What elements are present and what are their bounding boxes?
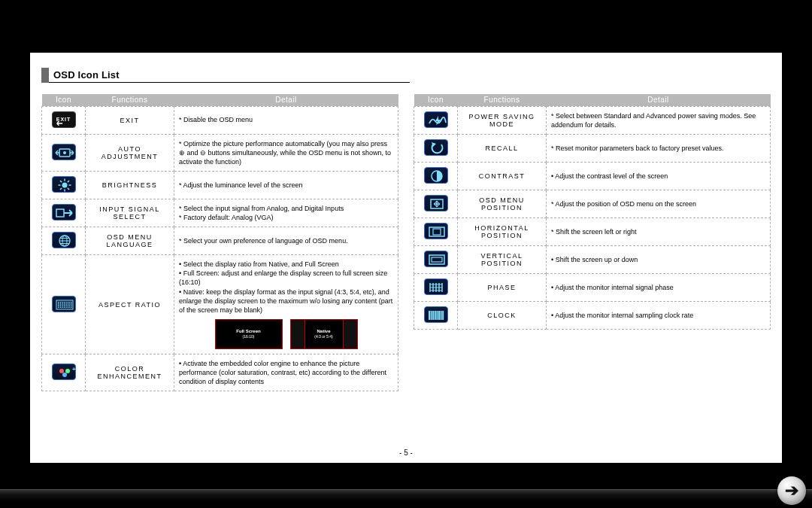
svg-rect-22 <box>66 302 68 303</box>
document-sheet: OSD Icon List Icon Functions Detail EXIT… <box>30 53 782 463</box>
table-row: Clock• Adjust the monitor internal sampl… <box>414 301 771 329</box>
detail-cell: • Activate the embedded color engine to … <box>174 354 398 391</box>
table-row: Aspect Ratio• Select the display ratio f… <box>42 255 398 354</box>
svg-rect-40 <box>59 306 61 307</box>
detail-line: • Adjust the monitor internal signal pha… <box>551 283 765 292</box>
bottom-bar-stripe-icon <box>0 489 812 501</box>
svg-line-8 <box>59 181 61 182</box>
icon-cell <box>42 199 86 227</box>
svg-rect-20 <box>62 302 63 303</box>
contrast-icon <box>424 167 448 184</box>
detail-cell: * Select between Standard and Advanced p… <box>547 106 771 134</box>
svg-rect-41 <box>62 306 63 307</box>
aspect-icon <box>52 296 76 312</box>
svg-rect-36 <box>66 305 68 306</box>
svg-rect-26 <box>59 303 61 304</box>
function-cell: Phase <box>458 273 547 301</box>
svg-rect-39 <box>58 306 59 307</box>
detail-line: * Disable the OSD menu <box>179 115 393 124</box>
detail-line: • Adjust the contrast level of the scree… <box>551 172 765 181</box>
function-cell: Power Saving Mode <box>458 106 547 134</box>
hpos-icon <box>424 223 448 239</box>
svg-rect-21 <box>64 302 65 303</box>
svg-rect-34 <box>62 305 63 306</box>
detail-line: • Activate the embedded color engine to … <box>179 359 393 386</box>
table-row: Auto Adjustment* Optimize the picture pe… <box>42 134 398 171</box>
function-cell: Aspect Ratio <box>86 255 174 354</box>
aspect-ratio-preview: Full Screen(16:10)Native(4:3 or 5:4) <box>179 319 393 349</box>
recall-icon <box>424 139 448 156</box>
detail-line: • Native: keep the display format as the… <box>179 287 393 315</box>
power-icon <box>424 111 448 128</box>
svg-rect-32 <box>58 305 59 306</box>
function-cell: OSD Menu Language <box>86 227 174 255</box>
function-cell: Auto Adjustment <box>86 134 174 171</box>
icon-cell <box>414 217 458 245</box>
svg-rect-30 <box>68 303 70 304</box>
icon-cell <box>414 301 458 329</box>
detail-line: * Adjust the position of OSD menu on the… <box>551 199 765 208</box>
svg-line-10 <box>67 181 68 182</box>
function-cell: Recall <box>458 134 547 162</box>
color-icon: + <box>52 364 76 380</box>
svg-rect-11 <box>56 209 64 217</box>
svg-rect-25 <box>58 303 59 304</box>
table-row: Recall* Reset monitor parameters back to… <box>414 134 771 162</box>
svg-rect-17 <box>56 300 73 309</box>
svg-rect-55 <box>433 229 441 235</box>
page: OSD Icon List Icon Functions Detail EXIT… <box>0 0 812 508</box>
svg-rect-45 <box>70 306 71 307</box>
col-header-detail: Detail <box>547 94 771 106</box>
svg-rect-27 <box>62 303 63 304</box>
detail-line: * Select the input signal from Analog, a… <box>179 204 393 213</box>
svg-point-48 <box>62 373 67 377</box>
svg-rect-24 <box>70 302 71 303</box>
detail-cell: * Adjust the luminance level of the scre… <box>174 171 398 199</box>
osd-table-left: Icon Functions Detail EXITExit* Disable … <box>41 94 398 391</box>
icon-cell <box>414 162 458 190</box>
page-number: - 5 - <box>30 449 782 457</box>
clock-icon <box>424 306 448 323</box>
detail-cell: * Select your own preference of language… <box>174 227 398 255</box>
svg-rect-38 <box>70 305 71 306</box>
left-column: Icon Functions Detail EXITExit* Disable … <box>41 94 398 391</box>
function-cell: Contrast <box>458 162 547 190</box>
thumb-sub: (4:3 or 5:4) <box>314 334 332 339</box>
function-cell: Brightness <box>86 171 174 199</box>
svg-rect-18 <box>58 302 59 303</box>
icon-cell <box>42 171 86 199</box>
arrow-right-icon: ➔ <box>785 481 798 500</box>
aspect-preview-fullscreen: Full Screen(16:10) <box>215 319 283 349</box>
icon-cell <box>42 227 86 255</box>
detail-line: * Adjust the luminance level of the scre… <box>179 181 393 190</box>
brightness-icon <box>52 176 76 193</box>
detail-line: * Reset monitor parameters back to facto… <box>551 144 765 153</box>
osdpos-icon <box>424 195 448 211</box>
svg-rect-23 <box>68 302 70 303</box>
svg-rect-42 <box>64 306 65 307</box>
icon-cell: EXIT <box>42 106 86 134</box>
table-row: +Color Enhancement• Activate the embedde… <box>42 354 398 391</box>
language-icon <box>52 232 76 248</box>
bottom-bar: ➔ <box>0 474 812 508</box>
detail-cell: * Shift the screen left or right <box>547 217 771 245</box>
detail-cell: • Adjust the contrast level of the scree… <box>547 162 771 190</box>
svg-line-4 <box>67 188 68 190</box>
detail-line: • Shift the screen up or down <box>551 255 765 264</box>
svg-rect-37 <box>68 305 70 306</box>
function-cell: Exit <box>86 106 174 134</box>
right-column: Icon Functions Detail Power Saving Mode*… <box>414 94 771 391</box>
next-page-button[interactable]: ➔ <box>777 476 806 505</box>
function-cell: Color Enhancement <box>86 354 174 391</box>
col-header-icon: Icon <box>414 94 458 106</box>
detail-line: • Adjust the monitor internal sampling c… <box>551 311 765 320</box>
table-row: OSD Menu Language* Select your own prefe… <box>42 227 398 255</box>
phase-icon <box>424 278 448 295</box>
detail-line: * Optimize the picture performance autom… <box>179 139 393 166</box>
detail-cell: * Optimize the picture performance autom… <box>174 134 398 171</box>
detail-cell: • Adjust the monitor internal sampling c… <box>547 301 771 329</box>
detail-cell: • Select the display ratio from Native, … <box>174 255 398 354</box>
detail-cell: * Select the input signal from Analog, a… <box>174 199 398 227</box>
table-row: Contrast• Adjust the contrast level of t… <box>414 162 771 190</box>
icon-cell <box>42 134 86 171</box>
